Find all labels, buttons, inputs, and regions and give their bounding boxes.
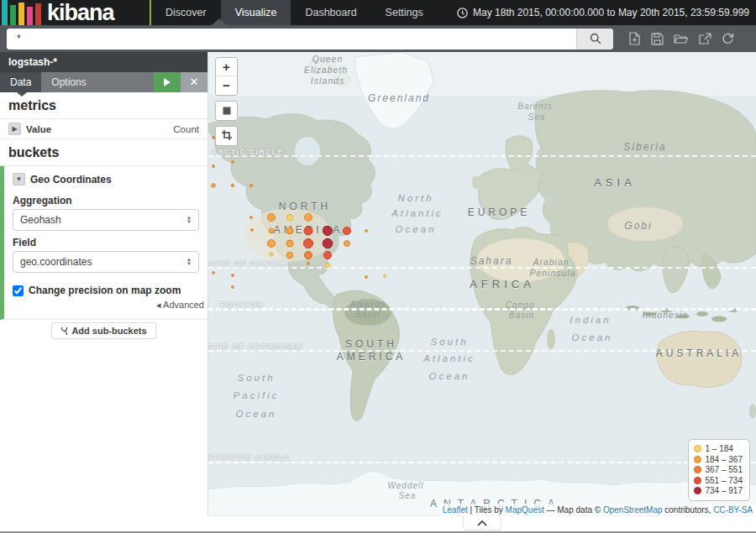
bucket-title: Geo Coordinates <box>30 174 112 186</box>
nav-item-visualize[interactable]: Visualize <box>221 0 291 25</box>
geohash-bucket-circle[interactable] <box>231 184 234 186</box>
close-icon: ✕ <box>190 76 199 88</box>
tab-options[interactable]: Options <box>41 72 96 92</box>
legend-color-dot <box>694 466 701 473</box>
geohash-bucket-circle[interactable] <box>344 227 351 235</box>
aggregation-select[interactable]: Geohash ▲▼ <box>13 209 199 231</box>
geohash-bucket-circle[interactable] <box>286 252 292 258</box>
refresh-icon <box>722 33 734 45</box>
aggregation-label: Aggregation <box>13 195 199 206</box>
clock-icon <box>457 8 468 18</box>
add-sub-buckets-label: Add sub-buckets <box>71 326 146 336</box>
collapse-editor-button[interactable] <box>463 516 501 530</box>
geohash-bucket-circle[interactable] <box>323 238 333 248</box>
time-picker[interactable]: May 18th 2015, 00:00:00.000 to May 20th … <box>457 0 756 25</box>
crop-control <box>215 126 238 146</box>
metric-row-value[interactable]: ▶ Value Count <box>0 119 207 139</box>
select-stepper-icon: ▲▼ <box>186 216 192 224</box>
toolbar <box>613 32 749 45</box>
geohash-bucket-circle[interactable] <box>268 240 276 248</box>
geohash-bucket-circle[interactable] <box>250 217 253 219</box>
attribution-link[interactable]: OpenStreetMap <box>603 505 663 515</box>
nav-item-discover[interactable]: Discover <box>151 0 221 25</box>
zoom-out-button[interactable]: − <box>216 76 237 95</box>
geohash-bucket-circle[interactable] <box>286 227 293 234</box>
search-button[interactable] <box>576 29 613 50</box>
geohash-bucket-circle[interactable] <box>384 275 386 278</box>
export-arrow-icon <box>699 33 711 45</box>
geohash-bucket-circle[interactable] <box>304 239 313 248</box>
geohash-bucket-circle[interactable] <box>269 228 274 233</box>
geohash-bucket-circle[interactable] <box>213 165 215 168</box>
geohash-bucket-circle[interactable] <box>232 161 234 164</box>
field-select[interactable]: geo.coordinates ▲▼ <box>13 251 199 273</box>
tile-map[interactable]: QueenElizabethIslandsGreenlandBarentsSea… <box>208 52 756 516</box>
metric-label: Value <box>26 124 51 134</box>
open-folder-icon <box>674 33 688 44</box>
geohash-bucket-circle[interactable] <box>249 184 252 186</box>
geohash-bucket-circle[interactable] <box>270 253 273 256</box>
legend-color-dot <box>694 477 701 484</box>
index-pattern-label: logstash-* <box>0 52 207 72</box>
geohash-bucket-circle[interactable] <box>304 227 312 235</box>
fit-data-bounds-button[interactable] <box>216 102 237 120</box>
metrics-heading: metrics <box>0 92 207 119</box>
legend-color-dot <box>694 445 701 452</box>
open-visualization-button[interactable] <box>674 32 688 45</box>
time-range-label: May 18th 2015, 00:00:00.000 to May 20th … <box>473 7 749 18</box>
geohash-bucket-circle[interactable] <box>212 184 216 188</box>
legend-range-label: 184 – 367 <box>706 455 743 464</box>
attribution-link[interactable]: CC-BY-SA <box>713 505 753 515</box>
data-tab-notch <box>17 92 27 97</box>
query-input[interactable] <box>7 29 576 50</box>
top-navbar: kibana DiscoverVisualizeDashboardSetting… <box>0 0 756 25</box>
add-sub-buckets-button[interactable]: Add sub-buckets <box>51 322 155 339</box>
geohash-bucket-circle[interactable] <box>305 214 312 222</box>
geohash-bucket-circle[interactable] <box>325 263 329 267</box>
bucket-head[interactable]: ▼ Geo Coordinates <box>4 173 207 189</box>
geohash-bucket-circle[interactable] <box>232 274 234 277</box>
map-attribution: Leaflet | Tiles by MapQuest — Map data ©… <box>439 504 756 516</box>
geohash-bucket-circle[interactable] <box>365 230 368 233</box>
legend-row: 367 – 551 <box>694 465 743 476</box>
attribution-link[interactable]: MapQuest <box>506 505 544 515</box>
geohash-bucket-circle[interactable] <box>286 240 293 247</box>
geohash-bucket-circle[interactable] <box>268 214 276 222</box>
zoom-control: + − <box>215 57 238 96</box>
nav-item-dashboard[interactable]: Dashboard <box>291 0 370 25</box>
draw-rectangle-button[interactable] <box>216 127 237 145</box>
geohash-bucket-circle[interactable] <box>365 276 368 279</box>
geohash-bucket-circle[interactable] <box>323 227 333 236</box>
advanced-link[interactable]: ◂ Advanced <box>4 296 207 317</box>
geohash-bucket-circle[interactable] <box>213 272 215 274</box>
tab-data[interactable]: Data <box>0 72 41 92</box>
expand-metric-icon[interactable]: ▶ <box>8 123 21 135</box>
nav-item-settings[interactable]: Settings <box>371 0 438 25</box>
apply-changes-button[interactable] <box>154 72 181 92</box>
select-stepper-icon: ▲▼ <box>186 258 192 266</box>
geohash-bucket-circle[interactable] <box>251 229 254 232</box>
precision-checkbox[interactable] <box>13 285 24 296</box>
geohash-bucket-circle[interactable] <box>307 263 310 265</box>
refresh-button[interactable] <box>722 32 734 45</box>
geohash-bucket-circle[interactable] <box>232 286 234 289</box>
geohash-bucket-circle[interactable] <box>287 215 293 221</box>
field-select-value: geo.coordinates <box>20 256 92 268</box>
discard-changes-button[interactable]: ✕ <box>181 72 207 92</box>
geohash-bucket-circle[interactable] <box>305 252 312 259</box>
kibana-logo[interactable]: kibana <box>0 0 150 25</box>
legend-row: 734 – 917 <box>694 486 743 497</box>
legend-row: 1 – 184 <box>694 444 743 455</box>
save-visualization-button[interactable] <box>651 32 664 45</box>
new-visualization-button[interactable] <box>628 32 641 45</box>
legend-range-label: 551 – 734 <box>706 476 743 485</box>
collapse-bucket-icon[interactable]: ▼ <box>13 173 25 186</box>
map-legend: 1 – 184184 – 367367 – 551551 – 734734 – … <box>688 439 751 502</box>
geohash-bucket-circle[interactable] <box>344 241 350 247</box>
geohash-bucket-circle[interactable] <box>324 252 332 259</box>
share-visualization-button[interactable] <box>699 32 711 45</box>
brand-name: kibana <box>47 0 114 25</box>
attribution-link[interactable]: Leaflet <box>443 505 468 515</box>
play-icon <box>163 77 171 87</box>
zoom-in-button[interactable]: + <box>216 58 237 76</box>
